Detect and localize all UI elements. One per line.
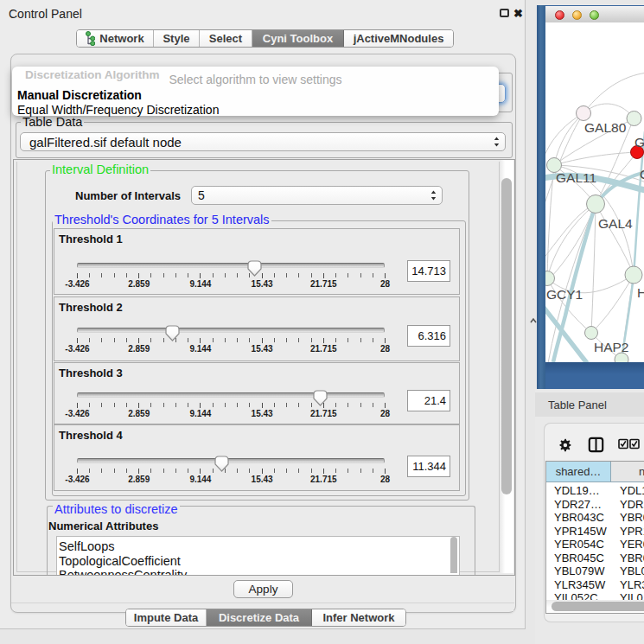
svg-text:C: C — [640, 167, 644, 182]
svg-text:GAL4: GAL4 — [598, 216, 633, 231]
svg-text:GA: GA — [634, 135, 644, 150]
svg-text:GAL80: GAL80 — [584, 120, 627, 135]
svg-text:GAL11: GAL11 — [556, 170, 596, 185]
svg-text:HAP2: HAP2 — [594, 340, 629, 354]
svg-text:H: H — [637, 285, 644, 300]
svg-text:GCY1: GCY1 — [546, 287, 583, 302]
